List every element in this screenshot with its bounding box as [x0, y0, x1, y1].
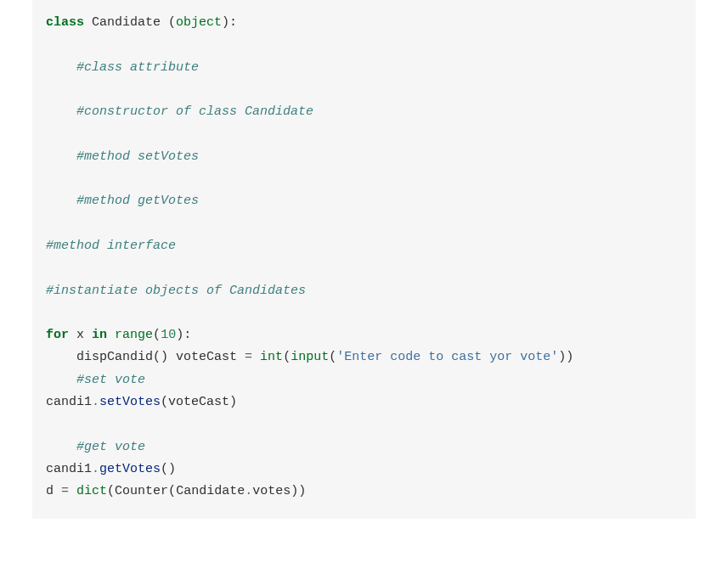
code-line: candi1.setVotes(voteCast)	[46, 395, 237, 409]
class-name: Candidate	[92, 15, 161, 30]
method-setVotes: setVotes	[99, 395, 161, 409]
comment: #method getVotes	[76, 194, 199, 208]
method-getVotes: getVotes	[99, 462, 161, 476]
code-line: #method interface	[46, 239, 176, 253]
keyword-in: in	[92, 328, 107, 342]
code-line: #set vote	[46, 373, 145, 387]
arg-voteCast: voteCast	[168, 395, 229, 409]
builtin-dict: dict	[76, 484, 107, 498]
var-d: d	[46, 484, 54, 498]
comment: #instantiate objects of Candidates	[46, 284, 306, 298]
code-block: class Candidate (object): #class attribu…	[32, 0, 696, 519]
comment: #set vote	[76, 373, 145, 387]
comment: #get vote	[76, 440, 145, 454]
code-line: #method getVotes	[46, 194, 199, 208]
operator-assign: =	[245, 350, 252, 364]
code-line: #class attribute	[46, 60, 199, 75]
code-line: #method setVotes	[46, 149, 199, 164]
var-voteCast: voteCast	[176, 350, 237, 364]
code-line: candi1.getVotes()	[46, 462, 176, 476]
number-literal: 10	[161, 328, 176, 342]
attr-votes: votes	[252, 484, 291, 498]
class-Counter: Counter	[115, 484, 168, 498]
comment: #constructor of class Candidate	[76, 104, 313, 119]
code-line: d = dict(Counter(Candidate.votes))	[46, 484, 306, 498]
obj-candi1: candi1	[46, 395, 92, 409]
obj-candi1: candi1	[46, 462, 92, 476]
code-line: #constructor of class Candidate	[46, 104, 313, 119]
class-Candidate-ref: Candidate	[176, 484, 245, 498]
comment: #class attribute	[76, 60, 199, 75]
builtin-range: range	[115, 328, 153, 342]
string-literal: 'Enter code to cast yor vote'	[336, 350, 558, 364]
code-line: class Candidate (object):	[46, 15, 237, 30]
builtin-object: object	[176, 15, 222, 30]
keyword-class: class	[46, 15, 84, 30]
comment: #method interface	[46, 239, 176, 253]
var-x: x	[76, 328, 84, 342]
call-dispCandid: dispCandid	[76, 350, 153, 364]
keyword-for: for	[46, 328, 69, 342]
code-line: #get vote	[46, 440, 145, 454]
builtin-input: input	[291, 350, 329, 364]
operator-dot: .	[92, 395, 99, 409]
comment: #method setVotes	[76, 149, 199, 164]
operator-dot: .	[245, 484, 252, 498]
code-line: #instantiate objects of Candidates	[46, 284, 306, 298]
code-line: for x in range(10):	[46, 328, 191, 342]
code-line: dispCandid() voteCast = int(input('Enter…	[46, 350, 573, 364]
operator-dot: .	[92, 462, 99, 476]
operator-assign: =	[61, 484, 69, 498]
builtin-int: int	[260, 350, 283, 364]
